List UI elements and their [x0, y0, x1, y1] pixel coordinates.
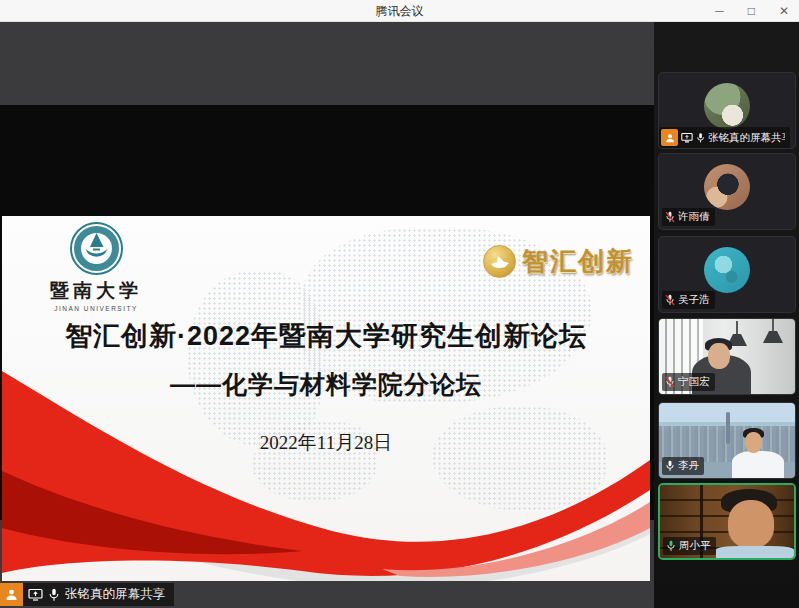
slide-date: 2022年11月28日 — [2, 430, 650, 456]
avatar — [704, 83, 750, 129]
window-controls: ─ □ ✕ — [715, 0, 789, 22]
screen-share-banner: 张铭真的屏幕共享 — [0, 583, 174, 606]
participant-label: 宁国宏 — [662, 373, 715, 391]
participant-name: 李丹 — [678, 459, 699, 473]
participants-sidebar: 张铭真的屏幕共享 许雨倩 — [654, 22, 799, 608]
window-title: 腾讯会议 — [0, 3, 799, 20]
slide-subtitle: ——化学与材料学院分论坛 — [2, 368, 650, 401]
participant-tile-zhangmingzhen[interactable]: 张铭真的屏幕共享 — [658, 72, 796, 149]
participant-name: 宁国宏 — [678, 375, 710, 389]
participant-name: 许雨倩 — [678, 210, 710, 224]
mic-muted-icon — [665, 211, 675, 223]
mic-speaking-icon — [666, 540, 676, 552]
participant-tile-xuyuqian[interactable]: 许雨倩 — [658, 153, 796, 230]
screen-share-icon — [681, 132, 693, 143]
participant-label: 周小平 — [663, 537, 716, 555]
shared-content-letterbox: 暨南大学 JINAN UNIVERSITY 智汇创新 — [0, 105, 654, 520]
participant-tile-wuzihao[interactable]: 吴子浩 — [658, 236, 796, 313]
avatar — [704, 164, 750, 210]
participant-tile-zhouxiaoping-active-speaker[interactable]: 周小平 — [658, 483, 796, 560]
university-name-en: JINAN UNIVERSITY — [26, 305, 166, 312]
sharer-name: 张铭真的屏幕共享 — [65, 586, 165, 603]
mic-on-icon — [696, 132, 705, 144]
avatar — [704, 247, 750, 293]
screen-share-label: 张铭真的屏幕共享 — [23, 583, 174, 606]
mic-on-icon — [48, 588, 60, 602]
mic-muted-icon — [665, 294, 675, 306]
slide-title: 智汇创新·2022年暨南大学研究生创新论坛 — [2, 318, 650, 354]
participant-name: 周小平 — [679, 539, 711, 553]
participant-name: 吴子浩 — [678, 293, 710, 307]
brand-logo-text: 智汇创新 — [522, 244, 634, 279]
university-seal-icon — [70, 222, 123, 275]
university-name-cn: 暨南大学 — [26, 278, 166, 304]
minimize-button[interactable]: ─ — [715, 0, 724, 22]
presentation-slide: 暨南大学 JINAN UNIVERSITY 智汇创新 — [2, 216, 650, 581]
ship-icon — [483, 245, 516, 278]
shared-screen-view: 暨南大学 JINAN UNIVERSITY 智汇创新 — [0, 22, 654, 608]
maximize-button[interactable]: □ — [748, 0, 755, 22]
presenter-badge-icon — [0, 583, 23, 606]
participant-name: 张铭真的屏幕共享 — [708, 131, 785, 145]
titlebar: 腾讯会议 ─ □ ✕ — [0, 0, 799, 22]
close-button[interactable]: ✕ — [779, 0, 789, 22]
participant-label: 张铭真的屏幕共享 — [659, 127, 790, 148]
screen-share-icon — [28, 588, 43, 601]
zhihui-chuangxin-logo: 智汇创新 — [483, 244, 634, 279]
presenter-badge-icon — [661, 129, 678, 146]
participant-label: 李丹 — [662, 457, 704, 475]
mic-on-icon — [665, 460, 675, 472]
jinan-university-logo: 暨南大学 JINAN UNIVERSITY — [26, 222, 166, 312]
participant-tile-lidan[interactable]: 李丹 — [658, 402, 796, 479]
participant-label: 吴子浩 — [662, 291, 715, 309]
participant-tile-ningguohong[interactable]: 宁国宏 — [658, 318, 796, 395]
tencent-meeting-window: 腾讯会议 ─ □ ✕ — [0, 0, 799, 608]
mic-muted-icon — [665, 376, 675, 388]
participant-label: 许雨倩 — [662, 208, 715, 226]
main-area: 暨南大学 JINAN UNIVERSITY 智汇创新 — [0, 22, 799, 608]
